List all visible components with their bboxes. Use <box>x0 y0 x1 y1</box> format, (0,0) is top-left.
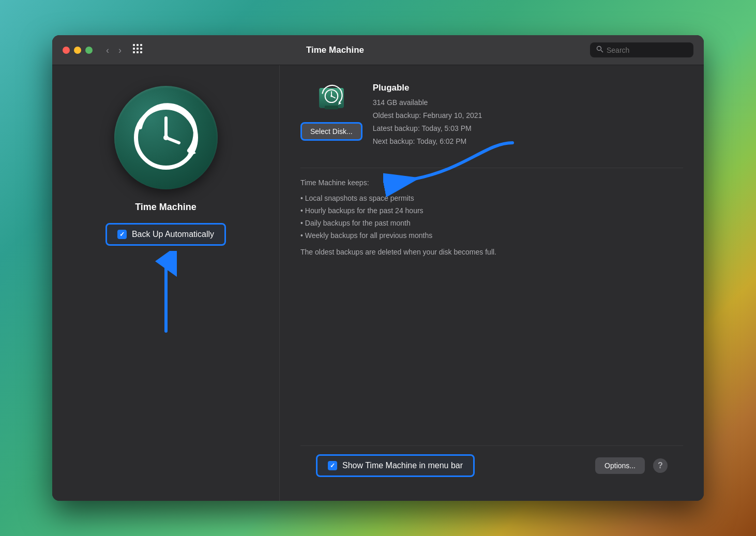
disk-available: 314 GB available <box>373 97 482 108</box>
disk-name: Plugable <box>373 83 482 93</box>
main-content: Time Machine ✓ Back Up Automatically <box>52 65 704 501</box>
titlebar: ‹ › Time Machine <box>52 35 704 65</box>
help-button[interactable]: ? <box>653 458 668 473</box>
tm-icon-container <box>114 86 218 189</box>
list-item: Weekly backups for all previous months <box>300 231 683 240</box>
select-disk-button[interactable]: Select Disk... <box>300 122 362 141</box>
search-bar <box>590 42 693 57</box>
list-item: Daily backups for the past month <box>300 219 683 227</box>
time-machine-window: ‹ › Time Machine <box>52 35 704 501</box>
right-panel: Select Disk... Plugable 314 GB available… <box>280 65 704 501</box>
disk-details: Plugable 314 GB available Oldest backup:… <box>373 81 482 147</box>
svg-point-25 <box>330 95 332 97</box>
window-title: Time Machine <box>86 45 584 55</box>
search-input[interactable] <box>607 46 679 54</box>
search-icon <box>596 46 603 54</box>
show-menubar-checkbox[interactable]: ✓ <box>328 461 337 470</box>
show-menubar-container[interactable]: ✓ Show Time Machine in menu bar <box>316 454 475 477</box>
latest-backup: Latest backup: Today, 5:03 PM <box>373 123 482 134</box>
list-item: Local snapshots as space permits <box>300 194 683 202</box>
tm-keeps-section: Time Machine keeps: Local snapshots as s… <box>300 178 683 445</box>
disk-info-section: Select Disk... Plugable 314 GB available… <box>300 81 683 147</box>
minimize-button[interactable] <box>74 47 81 54</box>
close-button[interactable] <box>63 47 70 54</box>
left-panel: Time Machine ✓ Back Up Automatically <box>52 65 280 501</box>
arrow-up-annotation <box>145 251 187 334</box>
next-backup: Next backup: Today, 6:02 PM <box>373 136 482 147</box>
tm-note: The oldest backups are deleted when your… <box>300 248 683 256</box>
options-button[interactable]: Options... <box>595 457 645 474</box>
tm-app-label: Time Machine <box>135 202 196 213</box>
show-menubar-label: Show Time Machine in menu bar <box>342 461 463 470</box>
list-item: Hourly backups for the past 24 hours <box>300 206 683 215</box>
svg-point-15 <box>163 135 169 140</box>
svg-rect-20 <box>325 106 338 109</box>
tm-keeps-list: Local snapshots as space permits Hourly … <box>300 194 683 240</box>
window-controls <box>63 47 93 54</box>
bottom-bar: ✓ Show Time Machine in menu bar Options.… <box>300 445 683 485</box>
show-menubar-checkmark: ✓ <box>330 462 335 469</box>
backup-checkbox[interactable]: ✓ <box>117 230 127 239</box>
tm-keeps-title: Time Machine keeps: <box>300 178 683 187</box>
svg-line-10 <box>601 50 603 52</box>
checkbox-checkmark: ✓ <box>119 231 125 238</box>
maximize-button[interactable] <box>85 47 93 54</box>
time-machine-icon <box>130 101 202 174</box>
backup-checkbox-label: Back Up Automatically <box>132 230 214 239</box>
section-divider <box>300 168 683 168</box>
oldest-backup: Oldest backup: February 10, 2021 <box>373 110 482 121</box>
backup-checkbox-container[interactable]: ✓ Back Up Automatically <box>105 223 226 246</box>
disk-icon-col: Select Disk... <box>300 81 362 141</box>
svg-point-9 <box>597 47 601 51</box>
disk-icon <box>313 81 350 117</box>
